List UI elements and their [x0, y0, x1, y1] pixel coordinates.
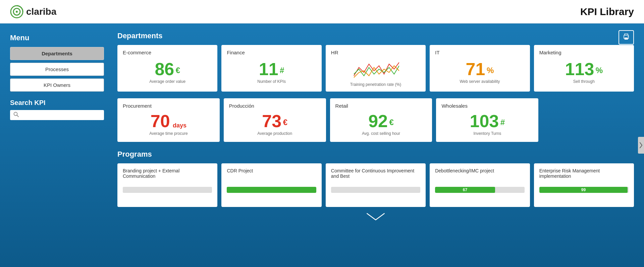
program-card-debottlenecking[interactable]: Debottlenecking/IMC project 67: [430, 163, 530, 207]
dept-unit-wholesales: #: [500, 117, 505, 126]
dept-name-marketing: Marketing: [539, 50, 561, 55]
dept-label-procurement: Average time procure: [149, 131, 188, 136]
program-name-committee: Committee for Continuous Improvement and…: [331, 168, 420, 181]
dept-unit-finance: #: [280, 66, 284, 75]
dept-card-produccion[interactable]: Producción 73 € Average production: [224, 98, 326, 142]
logo-area: clariba: [10, 5, 56, 18]
dept-unit-ecommerce: €: [176, 66, 180, 75]
kpi-owners-button[interactable]: KPI Owners: [10, 78, 104, 92]
progress-bar-cdr: [227, 187, 316, 193]
dept-unit-retail: €: [389, 117, 393, 126]
dept-value-produccion: 73: [262, 111, 281, 131]
search-kpi-title: Search KPI: [10, 99, 104, 107]
svg-rect-6: [625, 38, 628, 40]
dept-label-wholesales: Inventory Turns: [473, 131, 501, 136]
dept-label-finance: Number of KPIs: [257, 79, 286, 84]
svg-line-4: [17, 115, 19, 117]
dept-name-ecommerce: E-commerce: [123, 50, 151, 55]
dept-name-it: IT: [435, 50, 439, 55]
dept-label-retail: Avg. cost selling hour: [362, 131, 400, 136]
dept-label-ecommerce: Average order value: [149, 79, 185, 84]
dept-label-marketing: Sell through: [573, 79, 595, 84]
progress-label-enterprise: 99: [581, 188, 586, 192]
dept-value-wholesales: 103: [470, 111, 499, 131]
dept-card-hr[interactable]: HR Training penetration rate (%): [326, 45, 426, 92]
program-name-debottlenecking: Debottlenecking/IMC project: [435, 168, 524, 181]
dept-value-it: 71: [466, 59, 485, 79]
search-box[interactable]: [10, 110, 104, 120]
dept-name-retail: Retail: [335, 103, 348, 109]
dept-name-wholesales: Wholesales: [441, 103, 468, 109]
progress-bar-enterprise: 99: [539, 187, 628, 193]
menu-title: Menu: [10, 34, 104, 42]
logo-text: clariba: [26, 6, 56, 17]
dept-card-procurement[interactable]: Procurement 70 days Average time procure: [117, 98, 220, 142]
dept-name-produccion: Producción: [229, 103, 254, 109]
dept-name-finance: Finance: [227, 50, 245, 55]
dept-unit-marketing: %: [596, 66, 603, 75]
search-icon: [13, 112, 19, 118]
dept-unit-it: %: [487, 66, 494, 75]
program-name-enterprise: Enterprise Risk Management implementatio…: [539, 168, 629, 181]
clariba-logo-icon: [10, 5, 23, 18]
program-card-cdr[interactable]: CDR Project: [221, 163, 321, 207]
dept-card-ecommerce[interactable]: E-commerce 86 € Average order value: [117, 45, 217, 92]
program-name-cdr: CDR Project: [227, 168, 316, 181]
processes-button[interactable]: Processes: [10, 63, 104, 76]
chevron-right-icon: [639, 142, 643, 149]
content-area: Departments E-commerce 86 € Average orde…: [114, 23, 644, 267]
svg-point-7: [628, 36, 628, 37]
dept-value-marketing: 113: [565, 59, 594, 79]
dept-unit-procurement: days: [173, 122, 186, 129]
program-card-committee[interactable]: Committee for Continuous Improvement and…: [326, 163, 426, 207]
header: clariba KPI Library: [0, 0, 644, 23]
dept-label-it: Web server availability: [460, 79, 500, 84]
svg-point-2: [16, 11, 18, 13]
dept-card-it[interactable]: IT 71 % Web server availability: [430, 45, 530, 92]
dept-label-produccion: Average production: [257, 131, 292, 136]
search-input[interactable]: [21, 112, 101, 118]
progress-label-debottlenecking: 67: [463, 188, 467, 192]
dept-label-hr: Training penetration rate (%): [350, 82, 401, 87]
print-button[interactable]: [619, 30, 634, 45]
dept-value-finance: 11: [259, 59, 278, 79]
departments-section-title: Departments: [117, 32, 634, 40]
dept-card-wholesales[interactable]: Wholesales 103 # Inventory Turns: [436, 98, 538, 142]
sidebar: Menu Departments Processes KPI Owners Se…: [0, 23, 114, 267]
right-collapse-tab[interactable]: [638, 137, 644, 154]
page-title: KPI Library: [580, 6, 634, 17]
hr-chart: [352, 57, 399, 81]
program-name-branding: Branding project + External Communicatio…: [123, 168, 212, 181]
departments-button[interactable]: Departments: [10, 47, 104, 60]
dept-name-hr: HR: [331, 50, 338, 55]
program-card-enterprise[interactable]: Enterprise Risk Management implementatio…: [534, 163, 634, 207]
dept-card-retail[interactable]: Retail 92 € Avg. cost selling hour: [330, 98, 432, 142]
dept-name-procurement: Procurement: [123, 103, 152, 109]
printer-icon: [623, 33, 630, 40]
dept-card-finance[interactable]: Finance 11 # Number of KPIs: [221, 45, 321, 92]
progress-bar-debottlenecking: 67: [435, 187, 495, 193]
scroll-arrow[interactable]: [117, 212, 634, 222]
program-card-branding[interactable]: Branding project + External Communicatio…: [117, 163, 217, 207]
programs-section-title: Programs: [117, 150, 634, 159]
dept-unit-produccion: €: [283, 117, 287, 126]
dept-value-retail: 92: [368, 111, 388, 131]
dept-card-marketing[interactable]: Marketing 113 % Sell through: [534, 45, 634, 92]
dept-value-ecommerce: 86: [155, 59, 174, 79]
dept-value-procurement: 70: [151, 111, 170, 131]
